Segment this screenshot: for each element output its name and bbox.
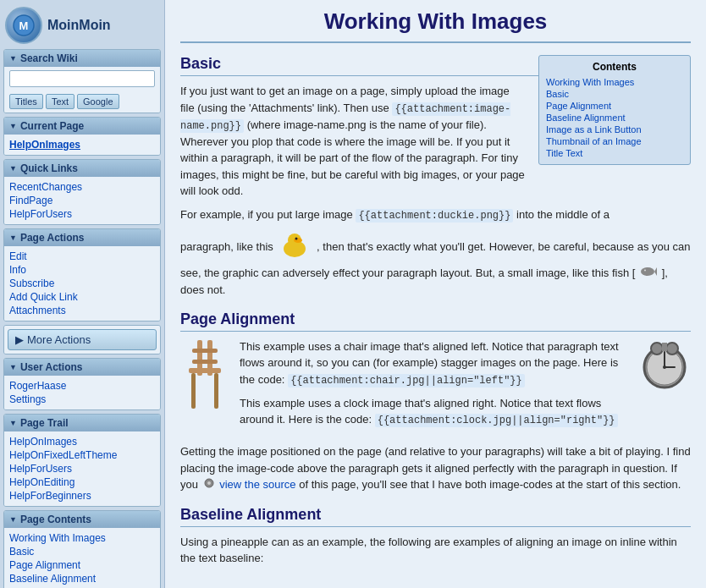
action-info[interactable]: Info [9,263,155,277]
current-page-link[interactable]: HelpOnImages [9,138,155,151]
svg-rect-13 [214,373,218,409]
logo-icon: M [5,7,42,44]
view-source-link[interactable]: view the source [219,478,295,491]
alignment-after-text2: of this page, you'll see that I have bot… [299,478,681,491]
toc-link-5[interactable]: Thumbnail of an Image [546,135,683,147]
sidebar: M MoinMoin ▼ Search Wiki Titles Text Goo… [0,0,165,588]
toc-link-2[interactable]: Page Alignment [546,100,683,112]
page-contents-header[interactable]: ▼ Page Contents [4,511,160,528]
page-actions-body: Edit Info Subscribe Add Quick Link Attac… [4,246,160,321]
toc-link-1[interactable]: Basic [546,88,683,100]
text-button[interactable]: Text [46,94,74,109]
logo-area: M MoinMoin [3,3,161,49]
quick-link-recentchanges[interactable]: RecentChanges [9,180,155,194]
current-page-header[interactable]: ▼ Current Page [4,118,160,135]
page-trail-section: ▼ Page Trail HelpOnImages HelpOnFixedLef… [3,414,161,507]
titles-button[interactable]: Titles [9,94,43,109]
alignment-right-text: This example uses a clock image that's a… [180,395,691,429]
contents-baseline-alignment[interactable]: Baseline Alignment [9,572,155,585]
svg-text:M: M [19,19,29,32]
search-buttons: Titles Text Google [9,94,155,109]
page-trail-header[interactable]: ▼ Page Trail [4,415,160,431]
toc-link-0[interactable]: Working With Images [546,76,683,88]
gear-icon-inline [203,477,215,494]
logo-text: MoinMoin [47,18,111,33]
trail-helponimages[interactable]: HelpOnImages [9,435,155,448]
svg-rect-15 [192,360,218,364]
user-actions-header[interactable]: ▼ User Actions [4,359,160,376]
quick-link-helpforusers[interactable]: HelpForUsers [9,207,155,221]
page-contents-arrow: ▼ [9,515,17,524]
basic-para2-text: For example, if you put large image [180,208,353,221]
action-attachments[interactable]: Attachments [9,304,155,317]
more-actions-body: ▶ More Actions [4,326,160,354]
page-actions-section: ▼ Page Actions Edit Info Subscribe Add Q… [3,228,161,321]
basic-para3: paragraph, like this , then that's exact… [180,230,691,299]
toc-link-6[interactable]: Title Text [546,147,683,159]
svg-rect-12 [191,373,196,409]
quick-links-section: ▼ Quick Links RecentChanges FindPage Hel… [3,159,161,225]
current-page-arrow: ▼ [9,122,17,130]
baseline-heading: Baseline Alignment [180,506,691,527]
page-actions-label: Page Actions [20,232,85,244]
contents-working-with-images[interactable]: Working With Images [9,531,155,545]
contents-page-alignment[interactable]: Page Alignment [9,558,155,572]
search-section: ▼ Search Wiki Titles Text Google [3,49,161,113]
page-trail-label: Page Trail [20,417,69,429]
code-left: {{attachment:chair.jpg||align="left"}} [288,374,525,387]
action-add-quick-link[interactable]: Add Quick Link [9,290,155,304]
search-header[interactable]: ▼ Search Wiki [4,50,160,67]
search-body: Titles Text Google [4,67,160,113]
svg-marker-7 [654,267,657,276]
trail-helpforusers[interactable]: HelpForUsers [9,462,155,475]
action-subscribe[interactable]: Subscribe [9,277,155,290]
toc-box: Contents Working With Images Basic Page … [538,55,691,165]
page-actions-header[interactable]: ▼ Page Actions [4,229,160,246]
more-actions-label: More Actions [27,333,91,346]
clock-image [638,338,691,391]
fish-image [638,266,659,283]
alignment-left-text: This example uses a chair image that's a… [180,338,691,388]
quick-links-arrow: ▼ [9,164,17,173]
page-trail-arrow: ▼ [9,419,17,427]
svg-rect-14 [192,349,218,353]
toc-link-3[interactable]: Baseline Alignment [546,112,683,124]
svg-point-25 [207,481,211,485]
quick-links-label: Quick Links [20,162,78,174]
basic-code2: {{attachment:duckie.png}} [356,209,513,223]
toc-link-4[interactable]: Image as a Link Button [546,124,683,135]
svg-point-8 [644,269,646,271]
page-trail-body: HelpOnImages HelpOnFixedLeftTheme HelpFo… [4,431,160,506]
page-actions-arrow: ▼ [9,234,17,242]
current-page-label: Current Page [20,120,84,132]
user-rogerhasse[interactable]: RogerHaase [9,379,155,393]
trail-helponediting[interactable]: HelpOnEditing [9,475,155,489]
user-settings[interactable]: Settings [9,393,155,406]
svg-point-22 [666,343,678,354]
page-title: Working With Images [180,8,691,43]
search-input[interactable] [9,70,155,87]
search-header-label: Search Wiki [20,52,78,64]
contents-basic[interactable]: Basic [9,545,155,558]
basic-para2b: into the middle of a [516,208,609,221]
svg-point-4 [294,238,302,243]
trail-helpforbeginners[interactable]: HelpForBeginners [9,489,155,503]
baseline-para1: Using a pineapple can as an example, the… [180,534,691,567]
alignment-after-para: Getting the image positioned on the page… [180,443,691,493]
quick-link-findpage[interactable]: FindPage [9,194,155,207]
trail-helponfixedlefttheme[interactable]: HelpOnFixedLeftTheme [9,448,155,462]
more-actions-button[interactable]: ▶ More Actions [8,329,157,350]
action-edit[interactable]: Edit [9,250,155,263]
alignment-examples: This example uses a chair image that's a… [180,338,691,436]
svg-rect-23 [662,343,667,351]
svg-rect-11 [189,368,221,373]
user-actions-body: RogerHaase Settings [4,376,160,409]
quick-links-header[interactable]: ▼ Quick Links [4,160,160,177]
content-area: Contents Working With Images Basic Page … [180,55,691,574]
user-actions-label: User Actions [20,361,83,373]
basic-para2: For example, if you put large image {{at… [180,206,691,223]
chair-image [180,338,229,410]
google-button[interactable]: Google [77,94,119,109]
chair-container [180,338,229,413]
clock-container [638,338,691,393]
